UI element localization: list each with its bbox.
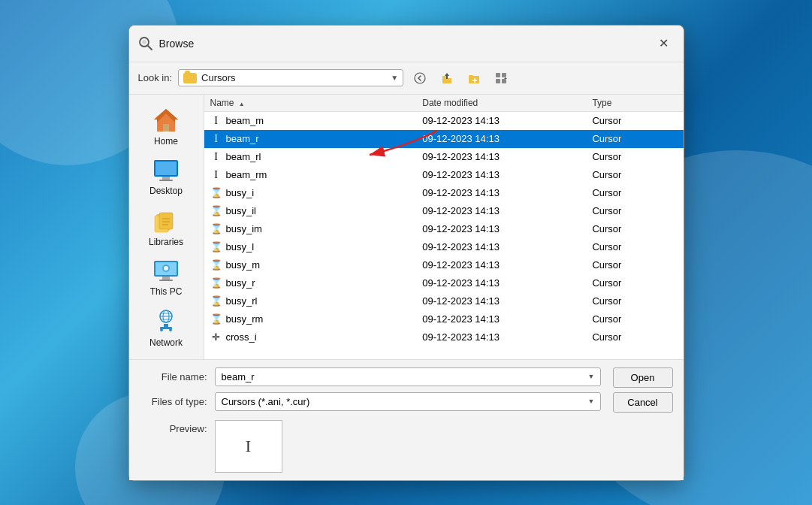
file-type-cell: Cursor — [592, 133, 677, 144]
file-type-cell: Cursor — [592, 151, 677, 162]
table-row[interactable]: I beam_m 09-12-2023 14:13 Cursor — [204, 112, 684, 130]
sidebar-item-home[interactable]: Home — [133, 101, 199, 152]
files-of-type-select[interactable]: Cursors (*.ani, *.cur) All Files (*.*) — [215, 392, 601, 411]
sidebar-item-network[interactable]: Network — [133, 304, 199, 353]
hourglass-cursor-icon: ⌛ — [210, 241, 222, 252]
sidebar-item-thispc[interactable]: This PC — [133, 254, 199, 302]
file-name-input[interactable] — [215, 367, 601, 386]
table-row[interactable]: ⌛ busy_i 09-12-2023 14:13 Cursor — [204, 184, 684, 202]
file-type-cell: Cursor — [592, 277, 677, 289]
file-date-cell: 09-12-2023 14:13 — [422, 187, 592, 198]
title-bar: Browse ✕ — [129, 26, 684, 62]
cancel-button[interactable]: Cancel — [613, 392, 673, 413]
table-row[interactable]: ⌛ busy_il 09-12-2023 14:13 Cursor — [204, 202, 684, 220]
table-row[interactable]: ⌛ busy_r 09-12-2023 14:13 Cursor — [204, 274, 684, 292]
table-row[interactable]: I beam_r 09-12-2023 14:13 Cursor — [204, 130, 684, 148]
back-button[interactable] — [409, 68, 430, 88]
file-name-text: busy_rl — [226, 295, 258, 307]
home-icon — [152, 106, 180, 133]
file-name-cell: I beam_r — [210, 133, 423, 145]
svg-rect-10 — [496, 73, 500, 77]
svg-rect-30 — [159, 280, 173, 281]
view-button[interactable] — [491, 68, 512, 88]
look-in-dropdown[interactable]: Cursors ▼ — [178, 69, 403, 86]
ibeam-cursor-icon: I — [210, 151, 222, 163]
sidebar-item-libraries[interactable]: Libraries — [133, 203, 199, 252]
file-list[interactable]: I beam_m 09-12-2023 14:13 Cursor I beam_… — [204, 112, 684, 359]
file-type-cell: Cursor — [592, 313, 677, 325]
sidebar-libraries-label: Libraries — [149, 237, 183, 247]
file-type-cell: Cursor — [592, 331, 677, 343]
file-name-cell: ⌛ busy_r — [210, 277, 423, 289]
file-name-cell: I beam_m — [210, 115, 423, 127]
file-name-cell: ⌛ busy_i — [210, 187, 423, 198]
file-list-header: Name ▲ Date modified Type — [204, 95, 684, 112]
table-row[interactable]: ⌛ busy_rm 09-12-2023 14:13 Cursor — [204, 310, 684, 328]
open-button[interactable]: Open — [613, 367, 673, 388]
table-row[interactable]: ⌛ busy_l 09-12-2023 14:13 Cursor — [204, 238, 684, 256]
new-folder-button[interactable] — [463, 68, 484, 88]
table-row[interactable]: ⌛ busy_rl 09-12-2023 14:13 Cursor — [204, 292, 684, 310]
file-name-wrapper — [215, 367, 601, 386]
hourglass-cursor-icon: ⌛ — [210, 313, 222, 325]
col-header-name[interactable]: Name ▲ — [210, 98, 423, 108]
file-name-text: busy_i — [226, 187, 255, 198]
svg-rect-12 — [496, 79, 500, 83]
svg-rect-20 — [159, 180, 173, 181]
sidebar-home-label: Home — [154, 136, 178, 147]
svg-rect-29 — [162, 277, 170, 280]
dialog-title: Browse — [159, 38, 195, 50]
file-name-text: busy_r — [226, 277, 255, 289]
back-icon — [414, 72, 426, 84]
table-row[interactable]: ✛ cross_i 09-12-2023 14:13 Cursor — [204, 328, 684, 346]
svg-point-32 — [164, 266, 168, 271]
file-name-text: beam_rl — [226, 151, 261, 162]
browse-icon — [138, 36, 153, 51]
preview-box: I — [215, 420, 282, 473]
action-buttons: Open Cancel — [613, 367, 673, 413]
svg-rect-11 — [502, 73, 506, 77]
table-row[interactable]: ⌛ busy_m 09-12-2023 14:13 Cursor — [204, 256, 684, 274]
table-row[interactable]: I beam_rm 09-12-2023 14:13 Cursor — [204, 166, 684, 184]
up-button[interactable] — [436, 68, 457, 88]
hourglass-cursor-icon: ⌛ — [210, 295, 222, 307]
preview-cursor: I — [246, 437, 251, 456]
ibeam-cursor-icon: I — [210, 115, 222, 127]
file-name-text: busy_il — [226, 205, 256, 216]
file-date-cell: 09-12-2023 14:13 — [422, 241, 592, 252]
col-header-date[interactable]: Date modified — [422, 98, 592, 108]
file-name-cell: ✛ cross_i — [210, 331, 423, 343]
col-header-type[interactable]: Type — [592, 98, 677, 108]
file-date-cell: 09-12-2023 14:13 — [422, 295, 592, 307]
file-name-text: busy_l — [226, 241, 255, 252]
file-date-cell: 09-12-2023 14:13 — [422, 205, 592, 216]
table-row[interactable]: I beam_rl 09-12-2023 14:13 Cursor — [204, 148, 684, 166]
file-name-text: beam_r — [226, 133, 259, 144]
table-row[interactable]: ⌛ busy_im 09-12-2023 14:13 Cursor — [204, 220, 684, 238]
look-in-label: Look in: — [138, 72, 173, 83]
file-type-cell: Cursor — [592, 169, 677, 180]
sidebar-item-desktop[interactable]: Desktop — [133, 153, 199, 201]
svg-point-3 — [415, 73, 425, 83]
svg-point-41 — [169, 328, 172, 331]
file-name-cell: ⌛ busy_im — [210, 223, 423, 234]
file-date-cell: 09-12-2023 14:13 — [422, 115, 592, 126]
svg-rect-4 — [442, 78, 451, 83]
file-date-cell: 09-12-2023 14:13 — [422, 169, 592, 180]
file-name-cell: ⌛ busy_m — [210, 259, 423, 271]
file-name-text: beam_rm — [226, 169, 267, 180]
file-list-area: Name ▲ Date modified Type I beam_m 0 — [204, 95, 684, 359]
file-date-cell: 09-12-2023 14:13 — [422, 313, 592, 325]
svg-rect-18 — [155, 162, 177, 175]
svg-line-1 — [148, 46, 152, 50]
svg-rect-19 — [162, 177, 170, 180]
file-name-cell: ⌛ busy_l — [210, 241, 423, 252]
file-name-cell: ⌛ busy_rm — [210, 313, 423, 325]
file-name-cell: ⌛ busy_il — [210, 205, 423, 216]
file-type-cell: Cursor — [592, 187, 677, 198]
hourglass-cursor-icon: ⌛ — [210, 259, 222, 271]
close-button[interactable]: ✕ — [654, 33, 675, 54]
file-name-text: busy_m — [226, 259, 261, 271]
file-type-cell: Cursor — [592, 295, 677, 307]
file-name-cell: ⌛ busy_rl — [210, 295, 423, 307]
